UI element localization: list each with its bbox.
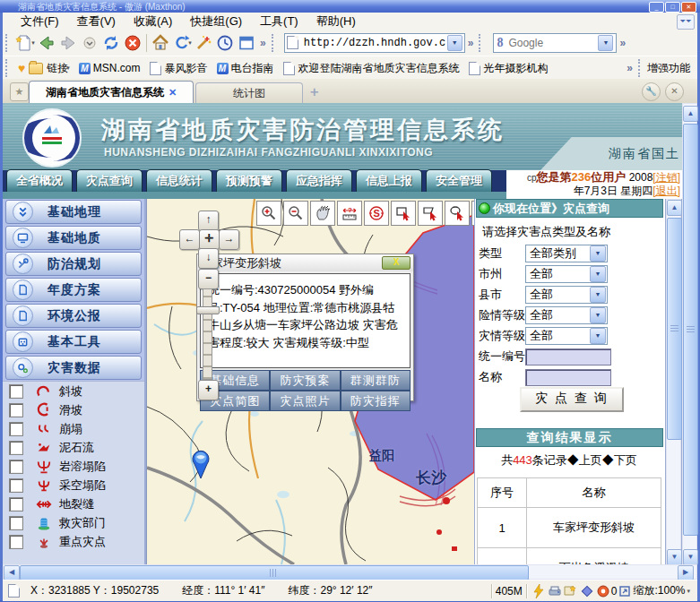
nav-tab-overview[interactable]: 全省概况 xyxy=(6,169,73,192)
new-tab-icon[interactable]: ＋ xyxy=(307,84,322,99)
risk-level-select[interactable]: 全部▼ xyxy=(525,306,608,324)
sidebar-item-environment-bulletin[interactable]: 环境公报 xyxy=(5,304,142,328)
bookmarks-overflow-icon[interactable]: » xyxy=(627,62,633,74)
menu-help[interactable]: 帮助(H) xyxy=(316,13,356,30)
zoom-in-tool[interactable] xyxy=(256,201,281,226)
prev-page-link[interactable]: ◆上页 xyxy=(567,453,602,467)
nav-tab-report[interactable]: 信息上报 xyxy=(356,169,422,192)
search-overflow-icon[interactable]: » xyxy=(619,37,626,49)
pan-tool[interactable] xyxy=(310,201,335,226)
favorites-heart-icon[interactable]: ♥ xyxy=(18,61,25,75)
address-bar[interactable]: ▼ xyxy=(284,33,465,53)
name-input[interactable] xyxy=(525,369,611,386)
urlbar-overflow-icon[interactable]: » xyxy=(468,37,474,49)
scroll-left-icon[interactable]: ◀ xyxy=(4,565,20,580)
measure-tool[interactable]: ? xyxy=(337,201,362,226)
menu-file[interactable]: 文件(F) xyxy=(21,13,59,30)
close-button[interactable]: ✕ xyxy=(681,2,696,13)
zoom-in-step-button[interactable]: + xyxy=(198,380,219,400)
select-polygon-tool[interactable] xyxy=(418,201,443,226)
url-input[interactable] xyxy=(302,36,447,50)
search-box[interactable]: 8 ▼ xyxy=(493,33,617,53)
group-monitoring-button[interactable]: 群测群防 xyxy=(341,371,410,390)
proxy-icon[interactable] xyxy=(547,583,563,599)
search-grip[interactable] xyxy=(479,34,485,52)
full-extent-tool[interactable]: S xyxy=(364,201,389,226)
back-button[interactable] xyxy=(36,32,57,54)
unified-id-input[interactable] xyxy=(525,348,611,366)
nav-tab-disaster-query[interactable]: 灾点查询 xyxy=(76,169,143,192)
karst-collapse-checkbox[interactable] xyxy=(9,460,23,474)
toolbar-grip[interactable] xyxy=(5,34,12,52)
relief-department-checkbox[interactable] xyxy=(9,516,23,530)
prevention-plan-button[interactable]: 防灾预案 xyxy=(271,371,339,390)
bookmark-baofeng[interactable]: 暴风影音 xyxy=(150,61,208,76)
menu-view[interactable]: 查看(V) xyxy=(77,13,116,30)
tab-close-all-icon[interactable]: ✕ xyxy=(665,82,684,101)
title-bar[interactable]: 湖南省地质灾害信息系统 - 傲游 (Maxthon) _ □ ✕ xyxy=(0,0,700,13)
horizontal-scrollbar-thumb[interactable] xyxy=(20,565,529,580)
scroll-down-icon[interactable]: ▼ xyxy=(667,549,682,565)
sidebar-item-prevention-plan[interactable]: 防治规划 xyxy=(5,252,142,276)
window-panel-button[interactable] xyxy=(236,32,257,54)
history-clock-button[interactable] xyxy=(214,32,236,54)
bookmark-hunan-disaster[interactable]: 欢迎登陆湖南省地质灾害信息系统 xyxy=(283,61,460,76)
site-photo-button[interactable]: 灾点照片 xyxy=(271,391,339,410)
boost-lightning-icon[interactable] xyxy=(531,583,547,599)
bookmarks-grip[interactable] xyxy=(5,59,12,77)
logout-link[interactable]: [注销] xyxy=(652,171,680,184)
history-dropdown-button[interactable] xyxy=(79,32,100,54)
minimize-button[interactable]: _ xyxy=(649,2,664,13)
panel-scrollbar-thumb[interactable] xyxy=(667,218,682,440)
nav-tab-emergency[interactable]: 应急指挥 xyxy=(286,169,352,192)
search-input[interactable] xyxy=(506,36,598,50)
bookmark-msn[interactable]: MMSN.com xyxy=(79,62,141,74)
scroll-up-icon[interactable]: ▲ xyxy=(667,200,682,216)
magic-wand-button[interactable] xyxy=(193,32,214,54)
row-name[interactable]: 车家坪变形斜坡 xyxy=(527,508,661,548)
pan-down-button[interactable]: ↓ xyxy=(198,248,219,269)
zoom-out-step-button[interactable]: − xyxy=(198,269,219,289)
bookmark-guangnian[interactable]: 光年摄影机构 xyxy=(469,61,549,76)
table-row[interactable]: 1 车家坪变形斜坡 xyxy=(478,508,661,548)
filter-icon[interactable] xyxy=(563,583,579,599)
tab-settings-wrench-icon[interactable]: 🔧 xyxy=(642,82,661,101)
row-name[interactable]: 下岩角溪滑坡 xyxy=(527,548,661,565)
type-select[interactable]: 全部类别▼ xyxy=(525,245,608,262)
pan-center-button[interactable]: ✛ xyxy=(199,229,220,250)
nav-tab-statistics[interactable]: 信息统计 xyxy=(146,169,212,192)
scroll-down-icon[interactable]: ▼ xyxy=(683,549,698,565)
bookmark-links-folder[interactable]: 链接▾ xyxy=(29,61,70,76)
zoom-slider-handle[interactable] xyxy=(196,306,220,314)
sidebar-item-annual-plan[interactable]: 年度方案 xyxy=(5,278,142,302)
refresh-button[interactable] xyxy=(100,32,122,54)
home-button[interactable] xyxy=(150,32,171,54)
collapse-checkbox[interactable] xyxy=(9,422,23,436)
exit-link[interactable]: [退出] xyxy=(652,185,680,197)
zoom-slider-track[interactable] xyxy=(203,288,212,380)
page-scrollbar[interactable]: ▲ ▼ xyxy=(682,103,697,564)
select-rect-tool[interactable] xyxy=(391,201,416,226)
sidebar-item-base-geography[interactable]: 基础地理 xyxy=(5,200,142,224)
tab-close-icon[interactable]: ✕ xyxy=(169,87,177,99)
chevron-down-icon[interactable]: ▼ xyxy=(590,287,606,303)
new-page-button[interactable]: ▾ xyxy=(14,32,36,54)
nav-tab-security[interactable]: 安全管理 xyxy=(426,169,492,192)
resize-icon[interactable] xyxy=(617,583,633,599)
select-circle-tool[interactable] xyxy=(445,201,470,226)
next-page-link[interactable]: ◆下页 xyxy=(602,453,637,467)
sidebar-item-disaster-data[interactable]: 灾害数据 xyxy=(5,356,142,380)
county-select[interactable]: 全部▼ xyxy=(525,286,608,304)
chevron-down-icon[interactable]: ▼ xyxy=(590,328,606,344)
url-dropdown-icon[interactable]: ▼ xyxy=(447,35,462,51)
bookmark-radio[interactable]: M电台指南 xyxy=(217,61,274,76)
popup-title-bar[interactable]: 车家坪变形斜坡 X xyxy=(197,254,413,271)
debris-flow-checkbox[interactable] xyxy=(9,441,23,455)
scroll-right-icon[interactable]: ▶ xyxy=(678,565,694,580)
scroll-up-icon[interactable]: ▲ xyxy=(683,106,698,122)
ground-fissure-checkbox[interactable] xyxy=(9,497,23,512)
plugins-grip[interactable] xyxy=(638,59,644,77)
select-point-tool[interactable] xyxy=(471,201,474,226)
diamond-icon[interactable] xyxy=(579,583,595,599)
map-viewport[interactable]: 益阳 长沙 ? S 车家坪变形斜坡 X 统一编号:430725000054 野外 xyxy=(146,199,474,564)
